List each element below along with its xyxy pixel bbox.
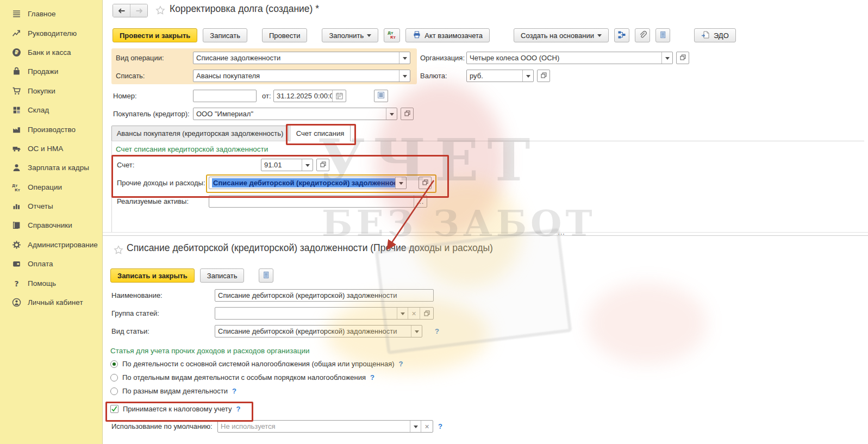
creditor-select[interactable]: ООО "Империал"	[193, 108, 397, 120]
chevron-down-icon[interactable]	[395, 177, 406, 189]
account-open-button[interactable]	[316, 159, 329, 171]
currency-select[interactable]: руб.	[466, 70, 534, 82]
favorite-star-icon[interactable]	[114, 245, 123, 257]
sidebar-item-help[interactable]: ? Помощь	[0, 273, 102, 292]
date-input[interactable]: 31.12.2025 0:00:00	[273, 90, 346, 102]
save-button[interactable]: Записать	[203, 28, 247, 42]
organization-open-button[interactable]	[676, 52, 689, 64]
sidebar-item-account[interactable]: Личный кабинет	[0, 293, 102, 312]
sidebar-item-fixed-assets[interactable]: ОС и НМА	[0, 139, 102, 158]
favorite-star-icon[interactable]	[155, 5, 165, 17]
open-icon[interactable]	[420, 308, 433, 319]
sidebar-item-salary[interactable]: Зарплата и кадры	[0, 158, 102, 177]
item-form-title: Списание дебиторской (кредиторской) задо…	[127, 242, 493, 254]
number-input[interactable]	[193, 90, 257, 102]
show-in-list-button[interactable]	[374, 90, 388, 102]
sidebar-item-sales[interactable]: Продажи	[0, 62, 102, 81]
help-link[interactable]: ?	[370, 373, 374, 382]
sidebar-item-main[interactable]: Главное	[0, 4, 102, 23]
sidebar-item-operations[interactable]: ДтКт Операции	[0, 178, 102, 197]
group-select[interactable]: ×	[215, 307, 434, 320]
sidebar-item-label: ОС и НМА	[28, 145, 63, 153]
chevron-down-icon[interactable]	[386, 108, 397, 120]
radio-row: По отдельным видам деятельности с особым…	[110, 373, 374, 382]
post-and-close-button[interactable]: Провести и закрыть	[113, 28, 197, 42]
save-and-close-button[interactable]: Записать и закрыть	[110, 268, 195, 283]
other-income-open-button[interactable]	[419, 177, 432, 189]
choose-button[interactable]: ...	[414, 196, 427, 207]
assets-label: Реализуемые активы:	[117, 195, 189, 208]
splitter-handle[interactable]: ⋯	[558, 230, 566, 238]
assets-input[interactable]: ...	[209, 195, 427, 208]
radio-different-activities[interactable]	[110, 387, 118, 395]
chevron-down-icon[interactable]	[410, 421, 421, 432]
chevron-down-icon[interactable]	[661, 52, 672, 64]
type-select[interactable]: Списание дебиторской (кредиторской) задо…	[215, 325, 422, 337]
radio-row: По деятельности с основной системой нало…	[110, 360, 403, 368]
save-button[interactable]: Записать	[200, 268, 245, 283]
chevron-down-icon[interactable]	[522, 70, 533, 82]
dtkt-postings-button[interactable]: ДтКт	[384, 28, 400, 42]
tax-accounting-checkbox[interactable]	[110, 405, 118, 413]
sidebar-item-production[interactable]: Производство	[0, 120, 102, 139]
wallet-icon	[11, 259, 22, 269]
svg-text:Дт: Дт	[388, 31, 394, 35]
sidebar-item-payment[interactable]: Оплата	[0, 254, 102, 273]
attachments-button[interactable]	[635, 28, 650, 42]
clear-icon[interactable]: ×	[408, 308, 420, 319]
chevron-down-icon[interactable]	[302, 159, 313, 171]
number-label: Номер:	[113, 90, 137, 102]
operation-type-select[interactable]: Списание задолженности	[193, 52, 410, 64]
help-link[interactable]: ?	[232, 387, 236, 395]
chevron-down-icon[interactable]	[399, 52, 410, 64]
back-icon[interactable]	[113, 4, 130, 17]
tax-checkbox-row: Принимается к налоговому учету ?	[110, 405, 240, 413]
account-select[interactable]: 91.01	[261, 159, 313, 171]
menu-icon	[11, 9, 22, 19]
chevron-down-icon[interactable]	[397, 308, 408, 319]
sidebar-item-manager[interactable]: Руководителю	[0, 23, 102, 42]
dtkt-icon: ДтКт	[387, 30, 397, 41]
sidebar-item-warehouse[interactable]: Склад	[0, 101, 102, 120]
sidebar-item-bank[interactable]: ₽ Банк и касса	[0, 43, 102, 62]
sidebar-item-label: Покупки	[28, 87, 55, 95]
mutual-act-button[interactable]: Акт взаимозачета	[405, 28, 490, 42]
help-link[interactable]: ?	[438, 420, 442, 433]
post-button[interactable]: Провести	[262, 28, 308, 42]
creditor-open-button[interactable]	[401, 108, 414, 120]
svg-text:Кт: Кт	[15, 187, 21, 192]
sidebar-item-administration[interactable]: Администрирование	[0, 235, 102, 254]
create-based-on-button[interactable]: Создать на основании	[514, 28, 609, 42]
help-link[interactable]: ?	[399, 360, 403, 368]
help-link[interactable]: ?	[435, 325, 439, 337]
clear-icon[interactable]: ×	[421, 421, 433, 432]
default-use-select[interactable]: Не используется ×	[217, 420, 433, 433]
chevron-down-icon[interactable]	[399, 70, 410, 82]
calendar-icon[interactable]	[332, 90, 346, 102]
open-icon	[320, 161, 327, 170]
chevron-down-icon[interactable]	[411, 326, 422, 337]
name-input[interactable]: Списание дебиторской (кредиторской) задо…	[215, 289, 434, 302]
sidebar: Главное Руководителю ₽ Банк и касса Прод…	[0, 0, 103, 444]
help-link[interactable]: ?	[236, 405, 240, 413]
writeoff-select[interactable]: Авансы покупателя	[193, 70, 410, 82]
tab-writeoff-account[interactable]: Счет списания	[290, 125, 351, 141]
chevron-down-icon	[367, 34, 371, 39]
currency-open-button[interactable]	[537, 70, 550, 82]
selected-text: Списание дебиторской (кредиторской) задо…	[212, 178, 395, 187]
tab-advances[interactable]: Авансы покупателя (кредиторская задолжен…	[111, 126, 289, 141]
organization-select[interactable]: Четыре колеса ООО (ОСН)	[466, 52, 673, 64]
radio-main-tax-system[interactable]	[110, 360, 118, 368]
forward-icon[interactable]	[130, 4, 147, 17]
sidebar-item-reports[interactable]: Отчеты	[0, 197, 102, 216]
sidebar-item-directories[interactable]: Справочники	[0, 216, 102, 235]
radio-special-tax-order[interactable]	[110, 374, 118, 382]
register-report-button[interactable]	[655, 28, 670, 42]
other-income-select[interactable]: Списание дебиторской (кредиторской) задо…	[209, 177, 407, 189]
edo-button[interactable]: ЭДО	[694, 28, 736, 42]
sidebar-item-purchases[interactable]: Покупки	[0, 82, 102, 101]
structure-button[interactable]	[614, 28, 629, 42]
fill-button[interactable]: Заполнить	[322, 28, 378, 42]
register-report-button[interactable]	[259, 268, 273, 283]
sidebar-item-label: Зарплата и кадры	[28, 164, 89, 172]
